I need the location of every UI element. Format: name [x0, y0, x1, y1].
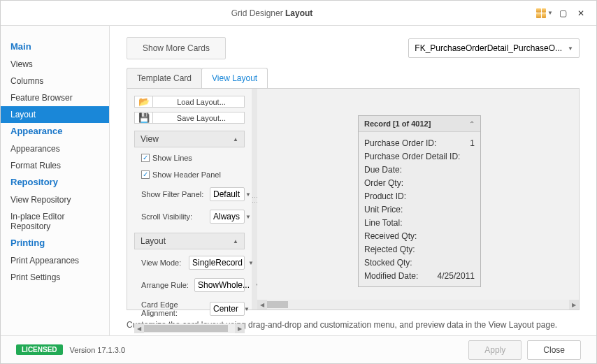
sidebar-item-feature-browser[interactable]: Feature Browser [1, 89, 109, 106]
sidebar-group-header: Printing [1, 235, 109, 252]
card-row: Purchase Order Detail ID: [364, 150, 475, 163]
chevron-down-icon: ▼ [245, 191, 251, 198]
card-field-value: 4/25/2011 [438, 271, 475, 281]
load-layout-button[interactable]: 📂 Load Layout... [134, 96, 245, 108]
show-filter-label: Show Filter Panel: [141, 190, 207, 198]
arrange-rule-combo[interactable]: ShowWhole... ▼ [194, 278, 245, 292]
show-filter-combo[interactable]: Default ▼ [210, 187, 245, 201]
preview-pane: Record [1 of 4012] ⌃ Purchase Order ID:1… [257, 89, 579, 310]
card-field-label: Received Qty: [364, 231, 417, 241]
settings-scrollbar[interactable]: ◀ ▶ [134, 323, 245, 333]
window-title: Grid Designer Layout [8, 8, 536, 18]
chevron-down-icon: ▼ [245, 214, 251, 220]
card-row: Product ID: [364, 189, 475, 203]
view-picker-button[interactable]: ▼ [536, 5, 553, 22]
scroll-visibility-combo[interactable]: Always ▼ [210, 210, 245, 224]
show-lines-label: Show Lines [152, 154, 192, 162]
collapse-icon: ▲ [233, 136, 238, 143]
scroll-right-icon[interactable]: ▶ [235, 323, 245, 333]
scroll-right-icon[interactable]: ▶ [569, 300, 579, 310]
card-row: Stocked Qty: [364, 256, 475, 269]
scroll-visibility-label: Scroll Visibility: [141, 212, 207, 221]
sidebar-group-header: Repository [1, 174, 109, 191]
show-header-checkbox[interactable]: ✓ [141, 170, 150, 179]
card-field-label: Rejected Qty: [364, 245, 415, 254]
card-row: Unit Price: [364, 203, 475, 216]
maximize-button[interactable]: ▢ [554, 5, 571, 22]
card-row: Line Total: [364, 216, 475, 229]
tab-view-layout[interactable]: View Layout [201, 68, 268, 88]
folder-open-icon: 📂 [135, 96, 153, 107]
apply-button[interactable]: Apply [468, 340, 522, 360]
preview-scrollbar[interactable]: ◀ ▶ [257, 300, 579, 310]
card-edge-combo[interactable]: Center ▼ [210, 302, 245, 316]
license-badge: LICENSED [16, 344, 63, 355]
card-row: Received Qty: [364, 229, 475, 242]
sidebar-group-header: Main [1, 38, 109, 56]
card-title: Record [1 of 4012] [364, 119, 431, 128]
chevron-down-icon: ▼ [248, 260, 254, 266]
view-mode-label: View Mode: [141, 259, 186, 267]
card-field-label: Product ID: [364, 191, 406, 201]
sidebar: MainViewsColumnsFeature BrowserLayoutApp… [1, 26, 110, 335]
view-mode-combo[interactable]: SingleRecord ▼ [189, 256, 245, 270]
close-window-button[interactable]: ✕ [573, 5, 589, 22]
scroll-left-icon[interactable]: ◀ [134, 323, 144, 333]
card-row: Due Date: [364, 163, 475, 176]
show-lines-checkbox[interactable]: ✓ [141, 154, 150, 162]
sidebar-item-print-settings[interactable]: Print Settings [1, 269, 109, 286]
close-button[interactable]: Close [527, 340, 581, 360]
save-icon: 💾 [135, 112, 153, 123]
record-card[interactable]: Record [1 of 4012] ⌃ Purchase Order ID:1… [358, 115, 481, 287]
card-field-label: Unit Price: [364, 205, 403, 214]
sidebar-group-header: Appearance [1, 123, 109, 140]
sidebar-item-appearances[interactable]: Appearances [1, 140, 109, 157]
card-field-label: Modified Date: [364, 271, 418, 281]
view-section-header[interactable]: View ▲ [134, 131, 245, 147]
card-field-label: Purchase Order ID: [364, 138, 436, 148]
chevron-down-icon: ▼ [568, 45, 573, 52]
card-row: Modified Date:4/25/2011 [364, 269, 475, 282]
card-field-label: Line Total: [364, 218, 403, 228]
save-layout-button[interactable]: 💾 Save Layout... [134, 112, 245, 124]
card-field-label: Purchase Order Detail ID: [364, 152, 460, 161]
card-field-label: Order Qty: [364, 178, 403, 188]
scroll-left-icon[interactable]: ◀ [257, 300, 267, 310]
view-selector-combo[interactable]: FK_PurchaseOrderDetail_PurchaseO... ▼ [408, 38, 580, 58]
card-row: Order Qty: [364, 176, 475, 189]
card-edge-label: Card Edge Alignment: [141, 300, 207, 317]
sidebar-item-print-appearances[interactable]: Print Appearances [1, 252, 109, 269]
tab-template-card[interactable]: Template Card [127, 68, 202, 88]
sidebar-item-layout[interactable]: Layout [1, 106, 109, 123]
show-more-cards-button[interactable]: Show More Cards [127, 37, 226, 59]
chevron-down-icon: ▼ [244, 306, 250, 312]
arrange-rule-label: Arrange Rule: [141, 281, 192, 289]
card-field-label: Due Date: [364, 165, 402, 175]
card-field-label: Stocked Qty: [364, 258, 412, 268]
collapse-card-button[interactable]: ⌃ [469, 120, 475, 128]
sidebar-item-view-repository[interactable]: View Repository [1, 191, 109, 208]
sidebar-item-format-rules[interactable]: Format Rules [1, 157, 109, 174]
card-row: Purchase Order ID:1 [364, 136, 475, 150]
combo-value: FK_PurchaseOrderDetail_PurchaseO... [415, 43, 562, 53]
show-header-label: Show Header Panel [152, 170, 221, 179]
layout-section-header[interactable]: Layout ▲ [134, 233, 245, 249]
version-label: Version 17.1.3.0 [70, 346, 126, 354]
sidebar-item-views[interactable]: Views [1, 56, 109, 73]
collapse-icon: ▲ [233, 238, 238, 245]
sidebar-item-in-place-editor-repository[interactable]: In-place Editor Repository [1, 208, 109, 235]
chevron-down-icon: ▼ [547, 10, 553, 16]
settings-pane: 📂 Load Layout... 💾 Save Layout... View ▲… [127, 89, 252, 310]
sidebar-item-columns[interactable]: Columns [1, 73, 109, 89]
splitter[interactable]: ⋮⋮ [252, 89, 257, 310]
card-field-value: 1 [470, 138, 475, 148]
card-row: Rejected Qty: [364, 242, 475, 256]
tabs: Template Card View Layout [127, 68, 580, 88]
grid-icon [536, 8, 546, 18]
